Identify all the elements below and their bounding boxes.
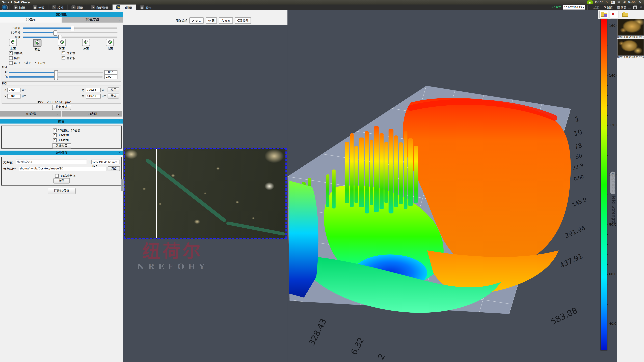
view-button-right[interactable]: 右面 [106,39,114,51]
checkbox-X、Y、Z轴1：1：1显示[interactable]: X、Y、Z轴1：1：1显示 [9,60,45,65]
menu-tab-1[interactable]: ◉拍摄 [10,4,29,10]
roi-height-input[interactable] [86,94,100,98]
correction-value: 0.00° [104,74,118,79]
save-image-button[interactable] [599,11,608,18]
title-bar: Smart SoftWare ◉ MAXN ▽ En ✉ ◄) 01:09 ⚙ [0,0,644,4]
correction-slider[interactable] [9,71,103,73]
save-path-input[interactable] [19,166,106,171]
volume-icon[interactable]: ◄) [622,0,626,4]
roi-width-input[interactable] [86,88,100,92]
slider[interactable] [23,36,118,37]
display-button[interactable]: 🖵 显示 [590,5,599,9]
3d-viewport[interactable]: 110785022.80.00145.9291.94437.91583.8832… [288,10,617,362]
colorbar-tick-label: 120.0 [609,123,617,127]
menu-tab-3[interactable]: ⟍校准 [48,4,68,10]
menu-tab-icon: ⚙ [91,5,95,9]
3d-surface-plot[interactable] [288,10,600,362]
panel-splitter-handle[interactable]: ◂ [121,179,124,191]
date-format-select[interactable]: yyyy-MM-dd-hh-mm-ss ▾ [91,160,120,164]
create-report-button[interactable]: 创建报告 [52,143,71,149]
section-3d-surface[interactable]: 3D表面⌄ [62,111,122,117]
cube-right-icon [107,39,113,45]
view-button-top[interactable]: 上面 [9,39,17,51]
filename-input[interactable] [16,160,87,164]
section-3d-contour[interactable]: 3D轮廓⌄ [0,111,61,117]
main-toolbar: ◉拍摄▦处理⟍校准⊘测量⚙自动测量3D3D测量▤报告 40.0℃ 10.00XN… [0,4,644,10]
menu-tab-icon: 3D [116,5,120,9]
slider[interactable] [23,32,118,33]
menu-tab-4[interactable]: ⊘测量 [68,4,87,10]
menu-tab-icon: ⟍ [52,5,56,9]
view-button-front[interactable]: 前面 [33,39,42,51]
thumbnail-image-1[interactable] [617,19,644,36]
display-checkboxes-right: 伪彩色色彩条 [62,50,75,60]
app-logo-button[interactable] [1,5,8,9]
browse-button[interactable]: 浏览 [108,166,120,171]
menu-tab-7[interactable]: ▤报告 [136,4,155,10]
checkbox-色彩条[interactable]: 色彩条 [62,55,75,60]
checkbox-3D-表面[interactable]: 3D-表面 [53,137,121,142]
roi-y-input[interactable] [8,94,20,98]
view-button-left[interactable]: 左面 [82,39,90,51]
temperature-readout: 40.0℃ [552,6,561,9]
roi-2d-image[interactable] [124,148,286,239]
roi-default-button[interactable]: 默认 [108,93,119,98]
checkbox-2D图像，3D图像[interactable]: 2D图像，3D图像 [53,128,121,133]
slider-thumb[interactable] [54,30,57,35]
section-header-file-save[interactable]: 文件保存⌃ [0,151,123,155]
tab-3d-histogram[interactable]: 3D直方图⌄ [62,17,123,22]
config-gear-icon: ⚙ [604,6,606,9]
correction-value: 0.00° [104,70,118,75]
save-button[interactable]: 保存 [53,178,70,184]
clear-icon: ⌫ [237,18,242,22]
edit-arrow-button[interactable]: ↗箭头 [189,17,204,24]
delete-image-button[interactable]: ✖ [610,11,619,18]
checkbox-伪彩色[interactable]: 伪彩色 [62,50,75,55]
slider[interactable] [23,27,118,28]
config-button[interactable]: ⚙ 配置 [604,5,613,9]
menu-tab-5[interactable]: ⚙自动测量 [87,4,112,10]
slider-thumb[interactable] [54,70,58,75]
gear-icon[interactable]: ⚙ [639,0,642,4]
roi-x-input[interactable] [8,88,20,92]
thumbnail-image-2[interactable] [617,39,644,56]
edit-clear-button[interactable]: ⌫清除 [235,17,251,24]
file-save-box: 文件名： + yyyy-MM-dd-hh-mm-ss ▾ 保存路径： 浏览 3D… [1,157,122,186]
scrollbar-thumb[interactable]: ⌃ [610,172,615,194]
section-header-3d-measure[interactable]: 3D测量⌃ [0,12,123,17]
folder-icon [622,13,628,17]
roi-apply-button[interactable]: 应用 [108,87,119,92]
edit-circle-button[interactable]: ⊘圆 [206,17,217,24]
restore-button[interactable] [634,6,637,9]
mail-icon[interactable]: ✉ [618,0,620,4]
colorbar-tick-label: 140.0 [609,74,617,77]
delete-x-icon: ✖ [611,11,615,17]
correction-slider[interactable] [9,76,103,77]
close-button[interactable]: ✕ [640,5,642,9]
info-button[interactable]: ▦ 信息 [617,5,626,9]
colorbar-tick-label: 160.0 [609,24,617,28]
filename-label: 文件名： [3,160,15,164]
section-header-report[interactable]: 报告⌃ [0,119,123,123]
edit-text-button[interactable]: A文本 [219,17,233,24]
keyboard-layout[interactable]: En [611,1,615,4]
objective-select[interactable]: 10.00XNA0.25 ▾ [563,5,585,10]
wifi-icon[interactable]: ▽ [606,0,608,4]
minimize-button[interactable] [628,6,632,9]
height-data-checkbox[interactable]: 3D高度数据 [55,173,121,178]
open-folder-button[interactable] [620,11,630,18]
menu-tab-6[interactable]: 3D3D测量 [112,4,136,10]
menu-tab-2[interactable]: ▦处理 [29,4,48,10]
restore-default-button[interactable]: 恢复默认 [52,105,71,110]
slider-thumb[interactable] [54,74,58,80]
nvidia-icon[interactable]: ◉ [587,0,592,4]
checkbox-旋转[interactable]: 旋转 [9,55,45,60]
checkbox-3D-轮廓[interactable]: 3D-轮廓 [53,133,121,137]
open-3d-image-button[interactable]: 打开3D图像 [48,188,76,194]
profile-line-marker[interactable] [156,149,157,238]
checkbox-网格线[interactable]: 网格线 [9,50,45,55]
view-button-back[interactable]: 背面 [58,39,66,51]
cube-top-icon [10,39,16,45]
tab-3d-display[interactable]: 3D显示⌃ [0,17,62,22]
slider-thumb[interactable] [70,26,74,31]
